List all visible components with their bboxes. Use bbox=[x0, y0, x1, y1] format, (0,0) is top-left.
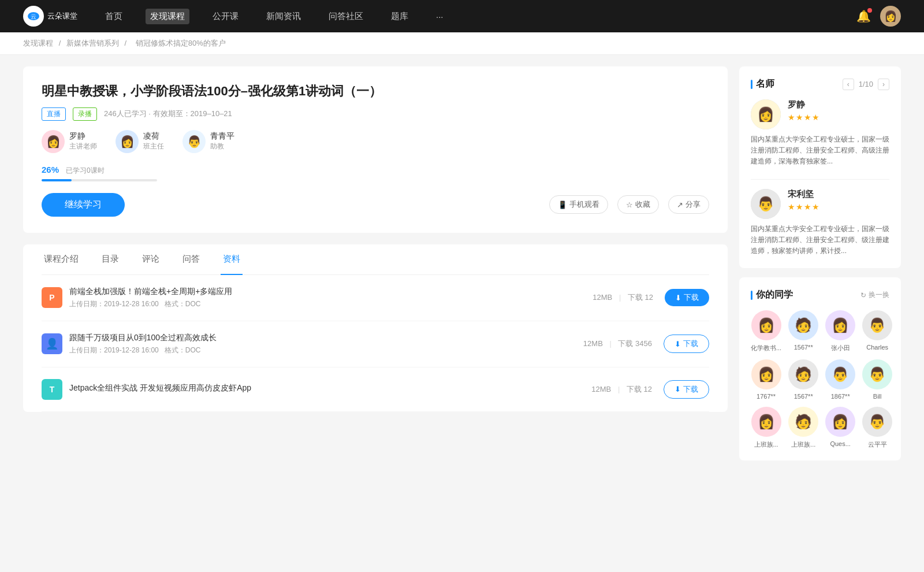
bell-icon[interactable]: 🔔 bbox=[856, 9, 871, 23]
right-sidebar: 名师 ‹ 1/10 › 👩 罗静 ★★★★ 国 bbox=[739, 66, 901, 470]
tab-qa[interactable]: 问答 bbox=[180, 244, 202, 275]
resource-item-3: T Jetpack全组件实战 开发短视频应用高仿皮皮虾App 12MB | 下载… bbox=[42, 367, 709, 412]
logo[interactable]: 云 云朵课堂 bbox=[23, 6, 77, 27]
progress-label: 26% bbox=[42, 165, 59, 174]
nav-item-more[interactable]: ··· bbox=[431, 9, 448, 24]
pagination-prev[interactable]: ‹ bbox=[843, 79, 854, 90]
breadcrumb-link-discover[interactable]: 发现课程 bbox=[23, 39, 53, 47]
progress-sub: 已学习0课时 bbox=[66, 166, 105, 174]
classmate-7-avatar: 👨 bbox=[825, 359, 855, 389]
share-label: 分享 bbox=[685, 199, 701, 210]
classmate-10-name: 上班族... bbox=[788, 440, 818, 449]
classmate-4-avatar: 👨 bbox=[862, 310, 892, 340]
classmate-9[interactable]: 👩 上班族... bbox=[751, 407, 781, 449]
resource-info-3: Jetpack全组件实战 开发短视频应用高仿皮皮虾App bbox=[69, 383, 591, 396]
sidebar-teacher-1-stars: ★★★★ bbox=[788, 113, 820, 122]
download-button-1[interactable]: ⬇ 下载 bbox=[665, 289, 709, 306]
classmate-11[interactable]: 👩 Ques... bbox=[825, 407, 855, 449]
classmate-1[interactable]: 👩 化学教书... bbox=[751, 310, 781, 352]
classmate-4[interactable]: 👨 Charles bbox=[862, 310, 892, 352]
nav-item-news[interactable]: 新闻资讯 bbox=[262, 9, 305, 24]
classmate-6[interactable]: 🧑 1567** bbox=[788, 359, 818, 400]
tab-intro[interactable]: 课程介绍 bbox=[42, 244, 81, 275]
mobile-icon: 📱 bbox=[558, 200, 567, 209]
teachers-card-header: 名师 ‹ 1/10 › bbox=[751, 78, 889, 90]
progress-bar-bg bbox=[42, 179, 157, 181]
navigation: 云 云朵课堂 首页 发现课程 公开课 新闻资讯 问答社区 题库 ··· 🔔 👩 bbox=[0, 0, 924, 32]
classmate-12-name: 云平平 bbox=[862, 440, 892, 449]
course-title: 明星中教授课，小学阶段语法100分–强化级第1讲动词（一） bbox=[42, 83, 709, 101]
resource-stats-2: 12MB | 下载 3456 bbox=[583, 339, 652, 349]
nav-item-home[interactable]: 首页 bbox=[100, 9, 127, 24]
classmate-3[interactable]: 👩 张小田 bbox=[825, 310, 855, 352]
classmates-header: 你的同学 ↻ 换一换 bbox=[751, 289, 889, 301]
refresh-icon: ↻ bbox=[860, 291, 866, 299]
sidebar-teacher-2-desc: 国内某重点大学安全工程专业硕士，国家一级注册消防工程师、注册安全工程师、级注册建… bbox=[751, 224, 889, 257]
teachers-sidebar-card: 名师 ‹ 1/10 › 👩 罗静 ★★★★ 国 bbox=[739, 66, 901, 268]
classmate-5[interactable]: 👩 1767** bbox=[751, 359, 781, 400]
classmate-7[interactable]: 👨 1867** bbox=[825, 359, 855, 400]
download-icon-3: ⬇ bbox=[675, 385, 681, 393]
resource-item-2: 👤 跟随千万级项目从0到100全过程高效成长 上传日期：2019-12-28 1… bbox=[42, 321, 709, 367]
teacher-divider bbox=[751, 179, 889, 180]
resource-info-1: 前端全栈加强版！前端全栈+全周期+多端应用 上传日期：2019-12-28 16… bbox=[69, 287, 593, 309]
resource-meta-2: 上传日期：2019-12-28 16:00 格式：DOC bbox=[69, 346, 583, 355]
classmate-2-name: 1567** bbox=[788, 344, 818, 351]
sidebar-teacher-2-avatar: 👨 bbox=[751, 189, 781, 219]
refresh-button[interactable]: ↻ 换一换 bbox=[860, 290, 889, 300]
classmate-2[interactable]: 🧑 1567** bbox=[788, 310, 818, 352]
teacher-3: 👨 青青平 助教 bbox=[182, 130, 234, 153]
classmate-8[interactable]: 👨 Bill bbox=[862, 359, 892, 400]
nav-item-exam[interactable]: 题库 bbox=[386, 9, 413, 24]
share-icon: ↗ bbox=[677, 200, 683, 209]
pagination-current: 1/10 bbox=[859, 80, 873, 88]
teacher-2-role: 班主任 bbox=[143, 142, 164, 151]
pagination-next[interactable]: › bbox=[878, 79, 889, 90]
classmate-1-avatar: 👩 bbox=[751, 310, 781, 340]
download-button-3[interactable]: ⬇ 下载 bbox=[664, 380, 709, 399]
badge-live: 直播 bbox=[42, 107, 66, 121]
course-actions: 继续学习 📱 手机观看 ☆ 收藏 ↗ 分享 bbox=[42, 193, 709, 217]
tab-resource[interactable]: 资料 bbox=[221, 244, 243, 275]
teachers-row: 👩 罗静 主讲老师 👩 凌荷 班主任 👨 青青平 bbox=[42, 130, 709, 153]
tab-catalog[interactable]: 目录 bbox=[99, 244, 121, 275]
mobile-watch-button[interactable]: 📱 手机观看 bbox=[549, 195, 608, 214]
nav-item-discover[interactable]: 发现课程 bbox=[146, 9, 189, 24]
classmates-sidebar-card: 你的同学 ↻ 换一换 👩 化学教书... 🧑 1567** 👩 张小田 bbox=[739, 277, 901, 460]
breadcrumb-current: 销冠修炼术搞定80%的客户 bbox=[136, 39, 226, 47]
classmate-9-avatar: 👩 bbox=[751, 407, 781, 437]
teacher-1: 👩 罗静 主讲老师 bbox=[42, 130, 97, 153]
nav-items: 首页 发现课程 公开课 新闻资讯 问答社区 题库 ··· bbox=[100, 9, 856, 24]
classmate-2-avatar: 🧑 bbox=[788, 310, 818, 340]
logo-icon: 云 bbox=[23, 6, 44, 27]
classmates-grid: 👩 化学教书... 🧑 1567** 👩 张小田 👨 Charles 👩 bbox=[751, 310, 889, 449]
classmate-6-name: 1567** bbox=[788, 393, 818, 400]
user-avatar[interactable]: 👩 bbox=[880, 6, 901, 27]
nav-item-qa[interactable]: 问答社区 bbox=[324, 9, 368, 24]
tab-review[interactable]: 评论 bbox=[140, 244, 162, 275]
tabs-nav: 课程介绍 目录 评论 问答 资料 bbox=[42, 244, 709, 275]
continue-learning-button[interactable]: 继续学习 bbox=[42, 193, 125, 217]
classmate-10[interactable]: 🧑 上班族... bbox=[788, 407, 818, 449]
collect-button[interactable]: ☆ 收藏 bbox=[617, 195, 659, 214]
sidebar-teacher-2-stars: ★★★★ bbox=[788, 202, 820, 211]
teacher-1-name: 罗静 bbox=[69, 131, 97, 142]
classmate-12[interactable]: 👨 云平平 bbox=[862, 407, 892, 449]
share-button[interactable]: ↗ 分享 bbox=[668, 195, 709, 214]
classmate-12-avatar: 👨 bbox=[862, 407, 892, 437]
breadcrumb-link-series[interactable]: 新媒体营销系列 bbox=[66, 39, 119, 47]
progress-bar-fill bbox=[42, 179, 72, 181]
nav-item-open[interactable]: 公开课 bbox=[208, 9, 243, 24]
resource-stats-1: 12MB | 下载 12 bbox=[593, 292, 653, 303]
sidebar-teacher-1-avatar: 👩 bbox=[751, 99, 781, 129]
classmate-8-avatar: 👨 bbox=[862, 359, 892, 389]
breadcrumb: 发现课程 / 新媒体营销系列 / 销冠修炼术搞定80%的客户 bbox=[0, 32, 924, 55]
resource-meta-1: 上传日期：2019-12-28 16:00 格式：DOC bbox=[69, 299, 593, 309]
classmate-5-avatar: 👩 bbox=[751, 359, 781, 389]
sidebar-teacher-1: 👩 罗静 ★★★★ 国内某重点大学安全工程专业硕士，国家一级注册消防工程师、注册… bbox=[751, 99, 889, 168]
classmate-7-name: 1867** bbox=[825, 393, 855, 400]
download-button-2[interactable]: ⬇ 下载 bbox=[664, 335, 709, 353]
classmate-5-name: 1767** bbox=[751, 393, 781, 400]
teacher-3-name: 青青平 bbox=[210, 131, 234, 142]
course-meta: 直播 录播 246人已学习 · 有效期至：2019–10–21 bbox=[42, 107, 709, 121]
